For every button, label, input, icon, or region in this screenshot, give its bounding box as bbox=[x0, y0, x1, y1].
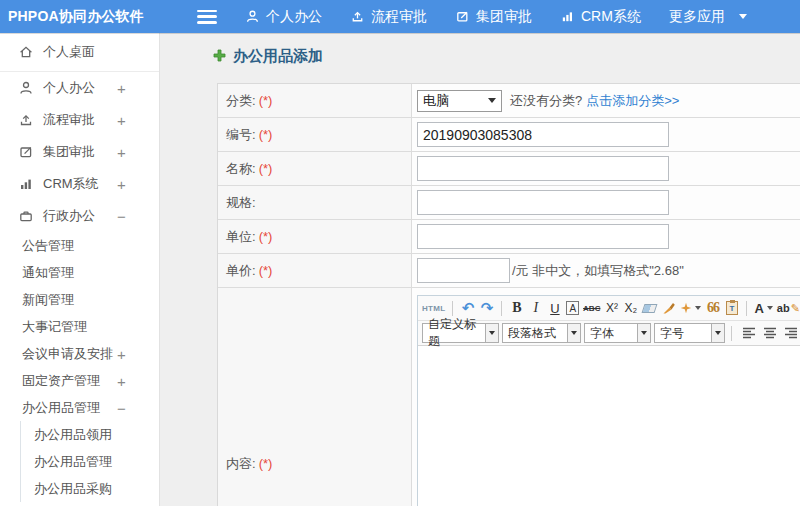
caret-down-icon bbox=[767, 306, 773, 310]
price-input[interactable] bbox=[417, 258, 510, 283]
toolbar-separator bbox=[452, 301, 453, 316]
sidebar-item-announcement-mgmt[interactable]: 公告管理 bbox=[0, 232, 159, 259]
category-select[interactable]: 电脑 bbox=[417, 90, 502, 112]
nav-item-crm[interactable]: CRM系统 bbox=[560, 8, 641, 26]
superscript-button[interactable]: X² bbox=[604, 299, 619, 318]
font-size-select-value: 字号 bbox=[654, 323, 712, 343]
underline-button[interactable]: U bbox=[547, 299, 562, 318]
nav-item-more-apps[interactable]: 更多应用 bbox=[669, 8, 747, 26]
expand-icon[interactable]: + bbox=[117, 372, 126, 389]
custom-title-select-value: 自定义标题 bbox=[422, 323, 486, 343]
highlight-color-button[interactable]: ab✎ bbox=[777, 299, 800, 318]
sidebar-item-meeting-mgmt[interactable]: 会议申请及安排 + bbox=[0, 340, 159, 367]
custom-title-select[interactable]: 自定义标题 bbox=[422, 323, 499, 343]
sidebar-item-fixed-assets-mgmt[interactable]: 固定资产管理 + bbox=[0, 367, 159, 394]
field-label: 单位: bbox=[226, 228, 256, 246]
expand-icon[interactable]: + bbox=[117, 345, 126, 362]
page-title: 办公用品添加 bbox=[213, 47, 800, 66]
nav-item-process-approval[interactable]: 流程审批 bbox=[350, 8, 427, 26]
border-text-button[interactable]: A bbox=[566, 301, 579, 315]
paste-text-button[interactable]: T bbox=[724, 299, 739, 318]
edit-icon bbox=[18, 144, 34, 160]
font-size-select[interactable]: 字号 bbox=[654, 323, 725, 343]
sidebar-item-group-approval[interactable]: 集团审批 + bbox=[0, 136, 159, 168]
blockquote-button[interactable]: 66 bbox=[705, 299, 720, 318]
html-source-button[interactable]: HTML bbox=[422, 299, 445, 318]
page-title-text: 办公用品添加 bbox=[233, 47, 323, 66]
sidebar-item-label: 大事记管理 bbox=[22, 318, 87, 336]
briefcase-icon bbox=[18, 208, 34, 224]
expand-icon[interactable]: − bbox=[117, 399, 126, 416]
caret-down-icon[interactable] bbox=[486, 323, 499, 343]
caret-down-icon[interactable] bbox=[638, 323, 651, 343]
paragraph-format-select[interactable]: 段落格式 bbox=[502, 323, 581, 343]
rich-text-editor: HTML ↶ ↷ B I U A ABC X² X₂ bbox=[417, 295, 800, 506]
add-category-link[interactable]: 点击添加分类>> bbox=[586, 92, 679, 110]
italic-button[interactable]: I bbox=[528, 299, 543, 318]
main-content: 办公用品添加 分类: (*) 电脑 还没有分类? 点击添加分类>> 编号: (*… bbox=[160, 33, 800, 506]
font-color-button[interactable]: A bbox=[754, 299, 772, 318]
sidebar-item-office-supplies-mgmt[interactable]: 办公用品管理 − bbox=[0, 394, 159, 421]
number-label: 编号: (*) bbox=[218, 118, 412, 151]
unit-input[interactable] bbox=[417, 224, 669, 249]
caret-down-icon bbox=[695, 306, 701, 310]
auto-typeset-button[interactable] bbox=[680, 299, 701, 318]
name-label: 名称: (*) bbox=[218, 152, 412, 185]
user-icon bbox=[245, 9, 260, 24]
form-row-unit: 单位: (*) bbox=[218, 220, 800, 254]
expand-icon[interactable]: − bbox=[117, 208, 126, 225]
caret-down-icon[interactable] bbox=[712, 323, 725, 343]
spec-input[interactable] bbox=[417, 190, 669, 215]
category-label: 分类: (*) bbox=[218, 84, 412, 117]
sidebar-item-events-mgmt[interactable]: 大事记管理 bbox=[0, 313, 159, 340]
sidebar-item-supplies-purchase[interactable]: 办公用品采购 bbox=[21, 475, 159, 502]
sidebar-item-admin-office[interactable]: 行政办公 − bbox=[0, 200, 159, 232]
font-family-select[interactable]: 字体 bbox=[584, 323, 651, 343]
sidebar-item-process-approval[interactable]: 流程审批 + bbox=[0, 104, 159, 136]
form-row-spec: 规格: bbox=[218, 186, 800, 220]
expand-icon[interactable]: + bbox=[117, 112, 126, 129]
nav-item-group-approval[interactable]: 集团审批 bbox=[455, 8, 532, 26]
nav-item-label: 个人办公 bbox=[266, 8, 322, 26]
align-center-icon[interactable] bbox=[763, 326, 777, 340]
sidebar-item-label: 个人办公 bbox=[43, 79, 95, 97]
expand-icon[interactable]: + bbox=[117, 176, 126, 193]
category-hint: 还没有分类? bbox=[510, 92, 582, 110]
bold-button[interactable]: B bbox=[509, 299, 524, 318]
format-brush-icon[interactable] bbox=[661, 299, 676, 318]
sidebar-item-personal-desktop[interactable]: 个人桌面 bbox=[0, 33, 159, 72]
editor-content-area[interactable] bbox=[418, 346, 800, 506]
sidebar-item-news-mgmt[interactable]: 新闻管理 bbox=[0, 286, 159, 313]
sidebar-item-label: 办公用品领用 bbox=[34, 426, 112, 444]
nav-item-personal-office[interactable]: 个人办公 bbox=[245, 8, 322, 26]
number-input[interactable] bbox=[417, 122, 669, 147]
nav-item-label: 集团审批 bbox=[476, 8, 532, 26]
expand-icon[interactable]: + bbox=[117, 80, 126, 97]
nav-item-label: 更多应用 bbox=[669, 8, 725, 26]
nav-item-label: 流程审批 bbox=[371, 8, 427, 26]
toolbar-separator bbox=[731, 326, 732, 341]
sidebar-item-supplies-claim[interactable]: 办公用品领用 bbox=[21, 421, 159, 448]
subscript-button[interactable]: X₂ bbox=[623, 299, 638, 318]
sidebar-item-label: 通知管理 bbox=[22, 264, 74, 282]
sidebar-item-personal-office[interactable]: 个人办公 + bbox=[0, 72, 159, 104]
expand-icon[interactable]: + bbox=[117, 144, 126, 161]
redo-button[interactable]: ↷ bbox=[479, 299, 494, 318]
sidebar-item-supplies-manage[interactable]: 办公用品管理 bbox=[21, 448, 159, 475]
sidebar-item-label: 公告管理 bbox=[22, 237, 74, 255]
field-label: 规格: bbox=[226, 194, 256, 212]
nav-item-label: CRM系统 bbox=[581, 8, 641, 26]
undo-button[interactable]: ↶ bbox=[460, 299, 475, 318]
required-marker: (*) bbox=[259, 263, 273, 278]
menu-toggle-icon[interactable] bbox=[197, 10, 217, 24]
sidebar-item-notice-mgmt[interactable]: 通知管理 bbox=[0, 259, 159, 286]
name-input[interactable] bbox=[417, 156, 669, 181]
sidebar-item-crm[interactable]: CRM系统 + bbox=[0, 168, 159, 200]
align-right-icon[interactable] bbox=[784, 326, 798, 340]
align-left-icon[interactable] bbox=[742, 326, 756, 340]
caret-down-icon[interactable] bbox=[568, 323, 581, 343]
strikethrough-button[interactable]: ABC bbox=[583, 299, 600, 318]
sidebar-item-label: 行政办公 bbox=[43, 207, 95, 225]
pen-icon: ✎ bbox=[791, 302, 800, 315]
eraser-icon[interactable] bbox=[642, 299, 657, 318]
